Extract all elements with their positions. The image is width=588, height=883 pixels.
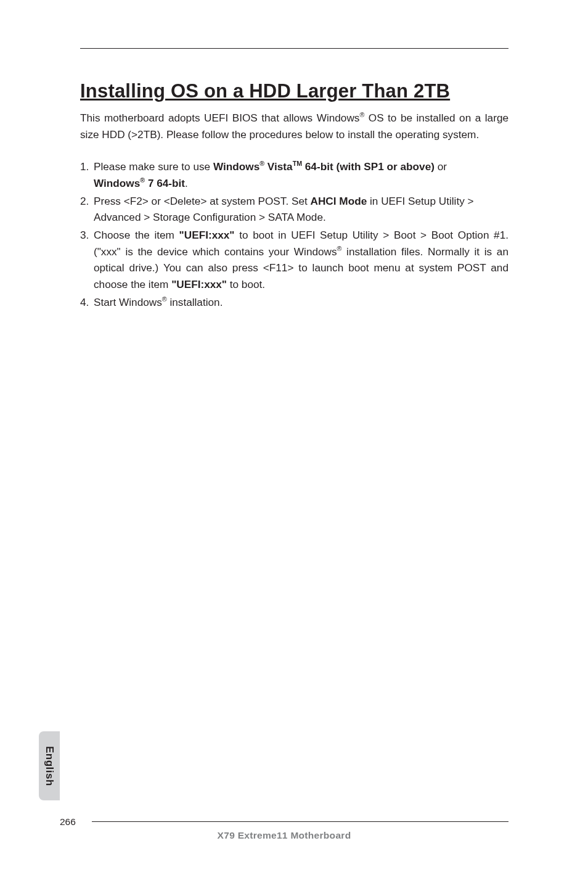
bold-text: Windows® 7 64-bit bbox=[94, 177, 185, 189]
text-fragment: or bbox=[435, 160, 447, 173]
step-4: 4. Start Windows® installation. bbox=[80, 294, 508, 311]
text-fragment: installation. bbox=[167, 296, 223, 308]
bold-text: "UEFI:xxx" bbox=[171, 278, 227, 290]
intro-text-a: This motherboard adopts UEFI BIOS that a… bbox=[80, 112, 359, 124]
language-tab: English bbox=[39, 731, 60, 800]
text-fragment: Windows bbox=[94, 177, 140, 189]
language-label: English bbox=[43, 746, 55, 786]
text-fragment: Start Windows bbox=[94, 296, 162, 308]
step-number: 2. bbox=[80, 193, 94, 226]
text-fragment: Press <F2> or <Delete> at system POST. S… bbox=[94, 195, 311, 207]
text-fragment: Vista bbox=[264, 160, 293, 173]
step-3: 3. Choose the item "UEFI:xxx" to boot in… bbox=[80, 227, 508, 293]
footer-title: X79 Extreme11 Motherboard bbox=[60, 830, 508, 841]
text-fragment: Choose the item bbox=[94, 229, 179, 241]
text-fragment: Windows bbox=[213, 160, 259, 173]
step-number: 1. bbox=[80, 158, 94, 191]
content-area: Installing OS on a HDD Larger Than 2TB T… bbox=[80, 80, 508, 311]
step-1: 1. Please make sure to use Windows® Vist… bbox=[80, 158, 508, 191]
top-rule bbox=[80, 48, 508, 49]
registered-mark: ® bbox=[259, 160, 264, 168]
page: Installing OS on a HDD Larger Than 2TB T… bbox=[0, 0, 588, 883]
step-text: Press <F2> or <Delete> at system POST. S… bbox=[94, 193, 508, 226]
bold-text: Windows® VistaTM 64-bit (with SP1 or abo… bbox=[213, 160, 435, 173]
text-fragment: Please make sure to use bbox=[94, 160, 213, 173]
step-number: 3. bbox=[80, 227, 94, 293]
footer-rule bbox=[92, 821, 508, 822]
step-2: 2. Press <F2> or <Delete> at system POST… bbox=[80, 193, 508, 226]
text-fragment: . bbox=[185, 177, 188, 189]
registered-mark: ® bbox=[162, 295, 167, 303]
step-text: Please make sure to use Windows® VistaTM… bbox=[94, 158, 508, 191]
text-fragment: 7 64-bit bbox=[145, 177, 185, 189]
registered-mark: ® bbox=[140, 176, 145, 184]
page-title: Installing OS on a HDD Larger Than 2TB bbox=[80, 80, 508, 102]
trademark-mark: TM bbox=[293, 160, 302, 168]
page-number: 266 bbox=[60, 816, 76, 828]
bold-text: AHCI Mode bbox=[311, 195, 367, 207]
step-number: 4. bbox=[80, 294, 94, 311]
text-fragment: to boot. bbox=[227, 278, 265, 290]
intro-paragraph: This motherboard adopts UEFI BIOS that a… bbox=[80, 110, 508, 142]
bold-text: "UEFI:xxx" bbox=[179, 229, 235, 241]
step-text: Choose the item "UEFI:xxx" to boot in UE… bbox=[94, 227, 508, 293]
step-text: Start Windows® installation. bbox=[94, 294, 508, 311]
text-fragment: 64-bit (with SP1 or above) bbox=[302, 160, 435, 173]
steps-list: 1. Please make sure to use Windows® Vist… bbox=[80, 158, 508, 310]
